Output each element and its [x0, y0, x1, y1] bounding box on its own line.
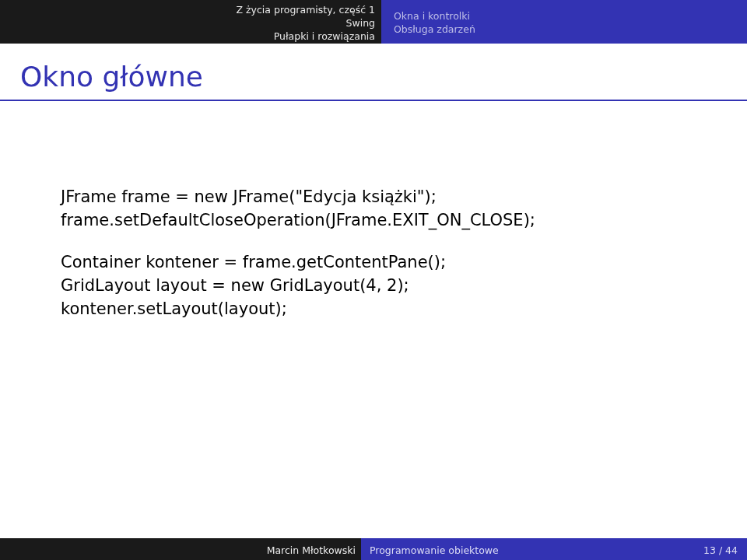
footer-bar: Marcin Młotkowski Programowanie obiektow…: [0, 538, 747, 560]
slide: Z życia programisty, część 1 Swing Pułap…: [0, 0, 747, 560]
header-left-line: Swing: [237, 16, 376, 30]
header-right-line: Obsługa zdarzeń: [394, 23, 475, 36]
header-right-nav: Okna i kontrolki Obsługa zdarzeń: [394, 9, 475, 36]
header-right-line: Okna i kontrolki: [394, 9, 475, 23]
code-line: JFrame frame = new JFrame("Edycja książk…: [61, 185, 535, 208]
title-rule: [0, 100, 747, 101]
slide-body: JFrame frame = new JFrame("Edycja książk…: [61, 185, 535, 320]
footer-page-number: 13 / 44: [703, 544, 738, 556]
header-left-line: Z życia programisty, część 1: [237, 3, 376, 16]
header-left-line: Pułapki i rozwiązania: [237, 30, 376, 43]
code-line: Container kontener = frame.getContentPan…: [61, 250, 535, 274]
header-left-nav: Z życia programisty, część 1 Swing Pułap…: [237, 3, 376, 43]
footer-subject: Programowanie obiektowe: [370, 544, 499, 556]
code-line: GridLayout layout = new GridLayout(4, 2)…: [61, 274, 535, 297]
code-line: frame.setDefaultCloseOperation(JFrame.EX…: [61, 208, 535, 232]
slide-title: Okno główne: [20, 61, 203, 93]
header-bar: Z życia programisty, część 1 Swing Pułap…: [0, 0, 747, 44]
footer-author: Marcin Młotkowski: [267, 544, 356, 556]
code-line: kontener.setLayout(layout);: [61, 297, 535, 320]
